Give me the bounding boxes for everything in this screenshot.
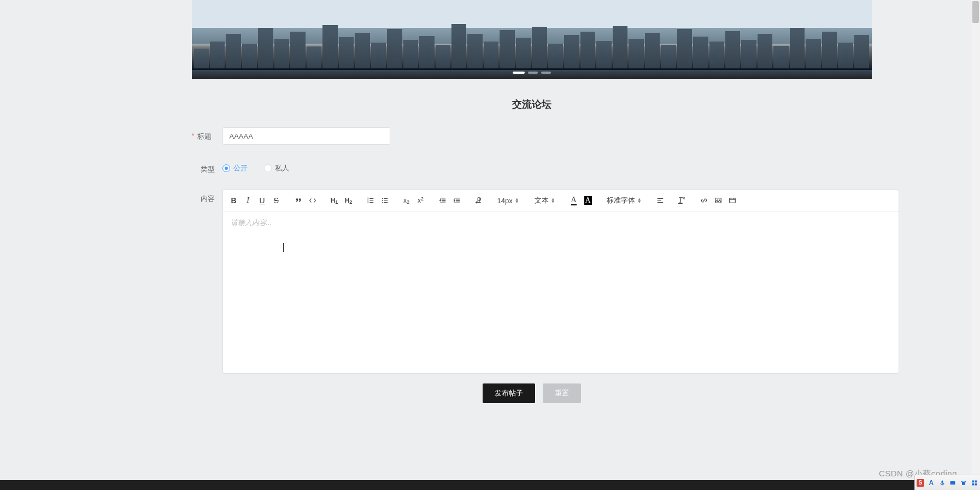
ime-logo-icon[interactable]: S [917, 479, 924, 487]
svg-point-5 [382, 202, 383, 203]
bg-color-button[interactable]: A [582, 193, 595, 208]
ime-skin-icon[interactable] [960, 479, 967, 487]
svg-rect-10 [950, 481, 955, 485]
svg-text:3: 3 [367, 200, 368, 203]
carousel-indicators [513, 72, 551, 74]
hero-carousel [192, 0, 872, 79]
text-style-value: 文本 [535, 196, 549, 205]
vertical-scrollbar[interactable] [971, 0, 980, 490]
italic-button[interactable]: I [242, 193, 255, 208]
rich-text-editor: B I U S H1 H2 123 [222, 190, 899, 374]
h2-button[interactable]: H2 [342, 193, 355, 208]
ime-keyboard-icon[interactable] [949, 479, 956, 487]
superscript-button[interactable]: x2 [414, 193, 427, 208]
footer-bar [0, 480, 957, 490]
font-size-value: 14px [497, 197, 513, 205]
outdent-button[interactable] [436, 193, 449, 208]
text-color-button[interactable]: A [567, 193, 580, 208]
skyline-decoration [192, 19, 872, 68]
indent-button[interactable] [450, 193, 463, 208]
content-label: 内容 [201, 190, 222, 204]
ime-menu-icon[interactable] [971, 479, 978, 487]
blockquote-button[interactable] [292, 193, 305, 208]
svg-rect-8 [729, 198, 735, 203]
carousel-indicator-3[interactable] [541, 72, 551, 74]
editor-placeholder: 请输入内容... [231, 219, 272, 227]
unordered-list-button[interactable] [378, 193, 391, 208]
title-input[interactable] [222, 127, 390, 145]
ime-toolbar[interactable]: S A [914, 475, 980, 490]
ime-lang-icon[interactable]: A [928, 479, 935, 487]
svg-rect-11 [972, 480, 975, 482]
subscript-button[interactable]: x2 [400, 193, 413, 208]
code-block-button[interactable] [306, 193, 319, 208]
editor-toolbar: B I U S H1 H2 123 [223, 190, 899, 211]
link-button[interactable] [697, 193, 711, 208]
caret-icon: ▲▼ [515, 198, 519, 203]
h1-button[interactable]: H1 [328, 193, 341, 208]
ordered-list-button[interactable]: 123 [364, 193, 377, 208]
strike-button[interactable]: S [270, 193, 283, 208]
title-label: 标题 [197, 127, 222, 141]
scrollbar-thumb[interactable] [972, 1, 979, 23]
svg-rect-14 [975, 483, 977, 485]
underline-button[interactable]: U [256, 193, 269, 208]
form-actions: 发布帖子 重置 [192, 383, 872, 403]
svg-rect-12 [975, 480, 977, 482]
font-size-select[interactable]: 14px ▲▼ [494, 196, 523, 206]
text-direction-button[interactable] [472, 193, 485, 208]
submit-button[interactable]: 发布帖子 [483, 383, 535, 403]
radio-private-label: 私人 [275, 163, 289, 173]
type-radio-group: 公开 私人 [222, 160, 289, 173]
radio-public[interactable]: 公开 [222, 163, 248, 173]
text-cursor-icon [283, 243, 284, 252]
svg-rect-13 [972, 483, 975, 485]
type-label: 类型 [201, 160, 222, 174]
ime-voice-icon[interactable] [938, 479, 946, 487]
reset-button[interactable]: 重置 [543, 383, 581, 403]
font-family-value: 标准字体 [607, 196, 635, 205]
radio-circle-icon [264, 164, 272, 172]
svg-point-3 [382, 198, 383, 199]
svg-rect-9 [941, 480, 943, 483]
clear-format-button[interactable]: T× [676, 193, 689, 208]
caret-icon: ▲▼ [637, 198, 642, 203]
align-button[interactable] [654, 193, 667, 208]
text-style-select[interactable]: 文本 ▲▼ [531, 194, 559, 206]
carousel-indicator-2[interactable] [528, 72, 538, 74]
editor-content-area[interactable]: 请输入内容... [223, 211, 899, 373]
video-button[interactable] [726, 193, 739, 208]
page-title: 交流论坛 [192, 98, 872, 111]
caret-icon: ▲▼ [551, 198, 555, 203]
svg-point-4 [382, 200, 383, 201]
image-button[interactable] [712, 193, 725, 208]
font-family-select[interactable]: 标准字体 ▲▼ [603, 194, 645, 206]
radio-public-label: 公开 [233, 163, 248, 173]
carousel-indicator-1[interactable] [513, 72, 525, 74]
radio-circle-icon [222, 164, 230, 172]
bold-button[interactable]: B [227, 193, 240, 208]
radio-private[interactable]: 私人 [264, 163, 289, 173]
